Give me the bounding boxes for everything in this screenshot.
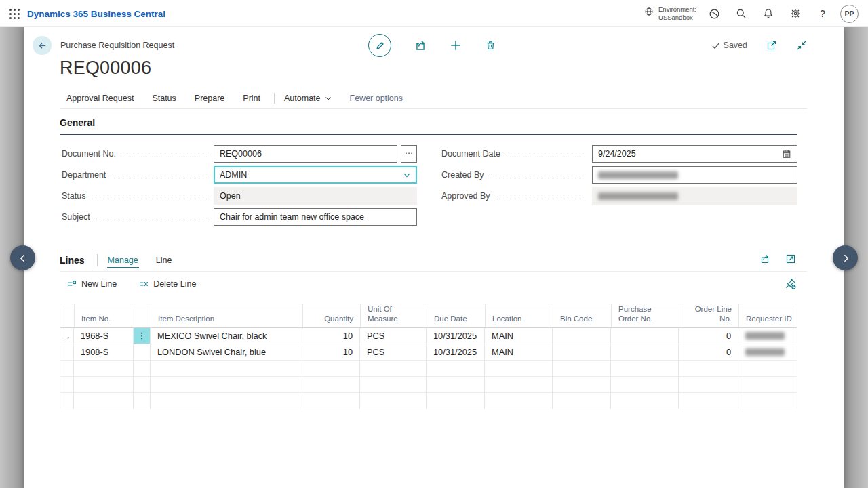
row-menu-icon[interactable]: ⋮ xyxy=(134,328,151,344)
cell-uom[interactable]: PCS xyxy=(360,344,427,360)
new-line-button[interactable]: New Line xyxy=(66,279,117,289)
cell-loc[interactable] xyxy=(485,377,553,392)
cell-menu[interactable] xyxy=(134,344,151,360)
table-row[interactable] xyxy=(60,361,797,377)
cell-desc[interactable]: LONDON Swivel Chair, blue xyxy=(151,344,302,360)
cell-loc[interactable] xyxy=(485,361,553,376)
new-plus-button-icon[interactable] xyxy=(450,39,462,52)
cell-qty[interactable] xyxy=(302,377,360,392)
header-cell-bin[interactable]: Bin Code xyxy=(553,304,612,327)
header-cell-pono[interactable]: Purchase Order No. xyxy=(612,304,679,327)
menu-status[interactable]: Status xyxy=(152,94,176,103)
back-button[interactable] xyxy=(33,36,52,55)
cell-qty[interactable] xyxy=(302,361,360,376)
avatar[interactable]: PP xyxy=(840,5,859,23)
table-row[interactable] xyxy=(60,377,797,393)
department-select[interactable]: ADMIN xyxy=(214,166,417,184)
document-no-input[interactable]: REQ00006 xyxy=(214,145,397,163)
cell-req[interactable] xyxy=(738,393,798,409)
cell-pono[interactable] xyxy=(611,361,679,376)
delete-line-button[interactable]: Delete Line xyxy=(138,279,196,289)
cell-bin[interactable] xyxy=(553,361,611,376)
cell-loc[interactable] xyxy=(485,393,553,409)
cell-due[interactable] xyxy=(427,377,485,392)
cell-req[interactable] xyxy=(738,377,798,392)
collapse-page-icon[interactable] xyxy=(796,40,807,51)
header-cell-uom[interactable]: Unit Of Measure xyxy=(361,304,427,327)
current-row-arrow-icon[interactable]: → xyxy=(60,328,74,344)
app-title[interactable]: Dynamics 365 Business Central xyxy=(27,0,165,27)
cell-itemno[interactable] xyxy=(74,393,134,409)
cell-sel[interactable] xyxy=(60,393,74,409)
lines-tab-manage[interactable]: Manage xyxy=(107,253,139,268)
header-cell-due[interactable]: Due Date xyxy=(427,304,486,327)
table-row[interactable]: 1908-SLONDON Swivel Chair, blue10PCS10/3… xyxy=(60,344,797,361)
menu-fewer-options[interactable]: Fewer options xyxy=(350,94,403,103)
header-cell-itemno[interactable]: Item No. xyxy=(75,304,134,327)
cell-poline[interactable] xyxy=(679,361,738,376)
notifications-bell-icon[interactable] xyxy=(755,0,782,27)
cell-desc[interactable] xyxy=(151,393,302,409)
menu-prepare[interactable]: Prepare xyxy=(195,94,224,103)
cell-itemno[interactable]: 1968-S xyxy=(74,328,134,344)
header-cell-poline[interactable]: Purchase Order Line No. xyxy=(679,304,739,327)
help-icon[interactable]: ? xyxy=(809,0,836,27)
document-no-assist-edit-button[interactable]: … xyxy=(401,145,417,163)
lines-open-in-new-window-icon[interactable] xyxy=(785,253,796,264)
header-cell-qty[interactable]: Quantity xyxy=(303,304,361,327)
settings-gear-icon[interactable] xyxy=(782,0,809,27)
cell-qty[interactable]: 10 xyxy=(302,328,360,344)
environment-button[interactable]: Environment: USSandbox xyxy=(644,5,696,22)
cell-desc[interactable]: MEXICO Swivel Chair, black xyxy=(151,328,302,344)
cell-req[interactable] xyxy=(738,361,798,376)
cell-qty[interactable]: 10 xyxy=(302,344,360,360)
cell-loc[interactable]: MAIN xyxy=(485,344,553,360)
next-record-button[interactable] xyxy=(833,245,858,270)
cell-due[interactable]: 10/31/2025 xyxy=(427,344,485,360)
cell-poline[interactable]: 0 xyxy=(679,328,738,344)
lines-tab-line[interactable]: Line xyxy=(155,253,173,267)
cell-menu[interactable] xyxy=(134,377,151,392)
cell-sel[interactable] xyxy=(60,344,74,360)
lines-share-icon[interactable] xyxy=(760,253,770,264)
edit-pencil-button[interactable] xyxy=(368,34,391,57)
search-icon[interactable] xyxy=(728,0,755,27)
calendar-icon[interactable] xyxy=(782,149,791,159)
cell-desc[interactable] xyxy=(151,377,302,392)
cell-desc[interactable] xyxy=(151,361,302,376)
cell-sel[interactable] xyxy=(60,361,74,376)
cell-poline[interactable]: 0 xyxy=(679,344,738,360)
cell-uom[interactable] xyxy=(360,377,427,392)
cell-bin[interactable] xyxy=(553,328,611,344)
cell-qty[interactable] xyxy=(302,393,360,409)
cell-pono[interactable] xyxy=(611,377,679,392)
cell-due[interactable]: 10/31/2025 xyxy=(427,328,485,344)
cell-pono[interactable] xyxy=(611,393,679,409)
document-date-input[interactable]: 9/24/2025 xyxy=(592,145,797,163)
cell-uom[interactable] xyxy=(360,393,427,409)
cell-uom[interactable] xyxy=(360,361,427,376)
cell-req[interactable] xyxy=(738,344,798,360)
subject-input[interactable]: Chair for admin team new office space xyxy=(214,208,417,226)
menu-print[interactable]: Print xyxy=(243,94,260,103)
open-in-new-window-icon[interactable] xyxy=(766,40,777,51)
header-cell-desc[interactable]: Item Description xyxy=(151,304,303,327)
cell-menu[interactable] xyxy=(134,361,151,376)
lines-section-heading[interactable]: Lines xyxy=(60,255,85,266)
app-launcher-waffle-icon[interactable] xyxy=(9,8,20,20)
delete-trash-button-icon[interactable] xyxy=(485,39,497,52)
cell-bin[interactable] xyxy=(553,377,611,392)
menu-approval-request[interactable]: Approval Request xyxy=(66,94,134,103)
cell-poline[interactable] xyxy=(679,393,738,409)
cell-pono[interactable] xyxy=(611,344,679,360)
menu-automate[interactable]: Automate xyxy=(284,94,332,103)
cell-uom[interactable]: PCS xyxy=(360,328,427,344)
cell-bin[interactable] xyxy=(553,344,611,360)
header-cell-loc[interactable]: Location xyxy=(486,304,553,327)
general-section-heading[interactable]: General xyxy=(60,117,95,128)
cell-bin[interactable] xyxy=(553,393,611,409)
copilot-icon[interactable] xyxy=(701,0,728,27)
cell-req[interactable] xyxy=(738,328,798,344)
share-button-icon[interactable] xyxy=(414,39,427,52)
cell-itemno[interactable]: 1908-S xyxy=(74,344,134,360)
